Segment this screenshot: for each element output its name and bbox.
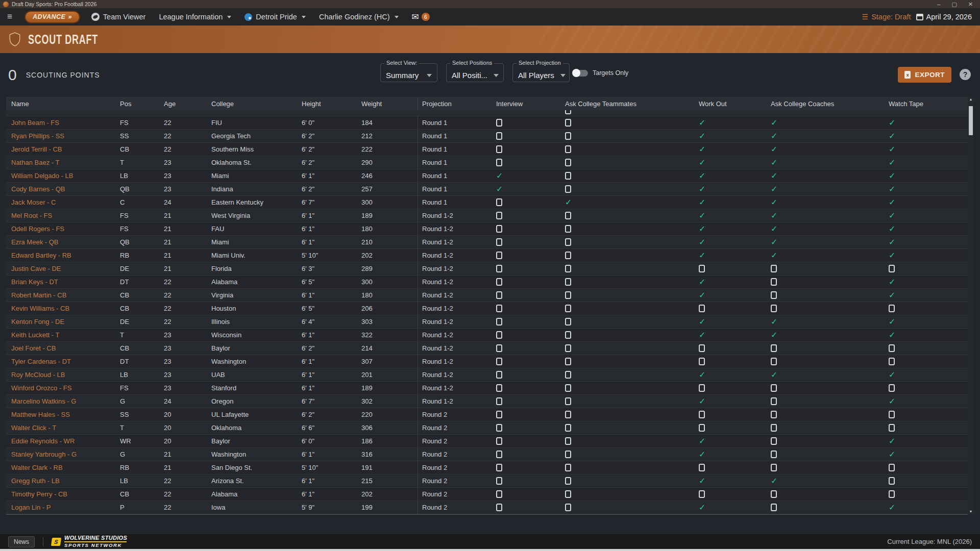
checkbox[interactable] — [496, 132, 502, 140]
checkbox[interactable] — [496, 411, 502, 418]
close-button[interactable]: ✕ — [968, 1, 973, 8]
player-name-link[interactable]: Roy McCloud - LB — [11, 371, 65, 379]
checkbox[interactable] — [565, 397, 571, 405]
player-name-link[interactable]: Timothy Perry - CB — [11, 490, 67, 498]
maximize-button[interactable]: ▢ — [951, 1, 957, 8]
player-name-link[interactable]: Tyler Cardenas - DT — [11, 358, 71, 365]
checkbox[interactable] — [496, 198, 502, 206]
checkbox[interactable] — [565, 278, 571, 286]
player-name-link[interactable]: Matthew Hales - SS — [11, 411, 70, 418]
player-name-link[interactable]: Keith Luckett - T — [11, 331, 59, 339]
checkbox[interactable] — [565, 225, 571, 233]
player-name-link[interactable]: Ezra Meek - QB — [11, 238, 58, 246]
checkbox[interactable] — [565, 384, 571, 392]
hamburger-menu-icon[interactable] — [7, 12, 17, 22]
player-name-link[interactable]: Gregg Ruth - LB — [11, 477, 60, 485]
checkbox[interactable] — [496, 278, 502, 286]
checkbox[interactable] — [771, 291, 777, 299]
checkbox[interactable] — [771, 437, 777, 445]
player-name-link[interactable]: Edward Bartley - RB — [11, 252, 71, 259]
player-name-link[interactable]: Logan Lin - P — [11, 504, 51, 511]
player-name-link[interactable]: Robert Martin - CB — [11, 291, 66, 299]
checkbox[interactable] — [771, 305, 777, 312]
player-name-link[interactable]: Jack Moser - C — [11, 198, 56, 206]
checkbox[interactable] — [699, 265, 705, 272]
checkbox[interactable] — [496, 371, 502, 379]
nav-item-league-information[interactable]: League Information — [159, 13, 231, 21]
column-header-work-out[interactable]: Work Out — [692, 97, 764, 110]
table-scrollbar[interactable]: ▲ ▼ — [968, 97, 974, 514]
mail-button[interactable]: 6 — [412, 13, 430, 21]
checkbox[interactable] — [699, 411, 705, 418]
help-icon[interactable]: ? — [960, 69, 971, 80]
checkbox[interactable] — [496, 225, 502, 233]
checkbox[interactable] — [496, 490, 502, 498]
checkbox[interactable] — [496, 145, 502, 153]
player-name-link[interactable]: Walter Clark - RB — [11, 464, 63, 471]
column-header-height[interactable]: Height — [302, 97, 361, 110]
projection-select[interactable]: Select Projection All Players — [512, 63, 570, 82]
column-header-ask-college-coaches[interactable]: Ask College Coaches — [764, 97, 881, 110]
checkbox[interactable] — [699, 490, 705, 498]
export-button[interactable]: EXPORT — [898, 67, 951, 83]
checkbox[interactable] — [565, 145, 571, 153]
checkbox[interactable] — [496, 331, 502, 339]
checkbox[interactable] — [496, 344, 502, 352]
checkbox[interactable] — [771, 358, 777, 365]
stage-indicator[interactable]: Stage: Draft — [862, 13, 911, 21]
checkbox[interactable] — [699, 305, 705, 312]
advance-button[interactable]: ADVANCE » — [24, 11, 80, 23]
checkbox[interactable] — [565, 504, 571, 511]
checkbox[interactable] — [496, 358, 502, 365]
checkbox[interactable] — [565, 450, 571, 458]
checkbox[interactable] — [496, 397, 502, 405]
column-header-weight[interactable]: Weight — [361, 97, 418, 110]
checkbox[interactable] — [496, 450, 502, 458]
checkbox[interactable] — [565, 411, 571, 418]
checkbox[interactable] — [699, 424, 705, 432]
column-header-watch-tape[interactable]: Watch Tape — [881, 97, 968, 110]
checkbox[interactable] — [565, 159, 571, 166]
checkbox[interactable] — [699, 358, 705, 365]
checkbox[interactable] — [496, 318, 502, 325]
checkbox[interactable] — [496, 212, 502, 219]
checkbox[interactable] — [889, 411, 895, 418]
nav-item-team-viewer[interactable]: Team Viewer — [91, 13, 146, 21]
player-name-link[interactable]: Walter Click - T — [11, 424, 56, 432]
checkbox[interactable] — [771, 278, 777, 286]
checkbox[interactable] — [565, 477, 571, 485]
player-name-link[interactable]: Joel Foret - CB — [11, 344, 56, 352]
checkbox[interactable] — [565, 358, 571, 365]
view-select[interactable]: Select View: Summary — [380, 63, 437, 82]
player-name-link[interactable]: Kenton Fong - DE — [11, 318, 64, 325]
checkbox[interactable] — [565, 331, 571, 339]
checkbox[interactable] — [565, 371, 571, 379]
checkbox[interactable] — [565, 305, 571, 312]
column-header-projection[interactable]: Projection — [418, 97, 489, 110]
checkbox[interactable] — [889, 424, 895, 432]
checkbox[interactable] — [496, 265, 502, 272]
column-header-college[interactable]: College — [211, 97, 302, 110]
checkbox[interactable] — [889, 384, 895, 392]
checkbox[interactable] — [496, 424, 502, 432]
checkbox[interactable] — [771, 504, 777, 511]
checkbox[interactable] — [496, 159, 502, 166]
player-name-link[interactable]: Stanley Yarbrough - G — [11, 450, 77, 458]
checkbox[interactable] — [565, 464, 571, 471]
minimize-button[interactable]: – — [937, 1, 940, 8]
player-name-link[interactable]: William Delgado - LB — [11, 172, 73, 180]
checkbox[interactable] — [496, 238, 502, 246]
checkbox[interactable] — [565, 252, 571, 259]
column-header-ask-college-teammates[interactable]: Ask College Teammates — [558, 97, 692, 110]
checkbox[interactable] — [699, 384, 705, 392]
checkbox[interactable] — [889, 477, 895, 485]
checkbox[interactable] — [565, 172, 571, 180]
checkbox[interactable] — [771, 450, 777, 458]
checkbox[interactable] — [889, 358, 895, 365]
player-name-link[interactable]: Ryan Phillips - SS — [11, 132, 64, 140]
news-button[interactable]: News — [8, 536, 35, 547]
checkbox[interactable] — [889, 464, 895, 471]
positions-select[interactable]: Select Positions All Positi... — [446, 63, 504, 82]
checkbox[interactable] — [496, 477, 502, 485]
checkbox[interactable] — [565, 212, 571, 219]
